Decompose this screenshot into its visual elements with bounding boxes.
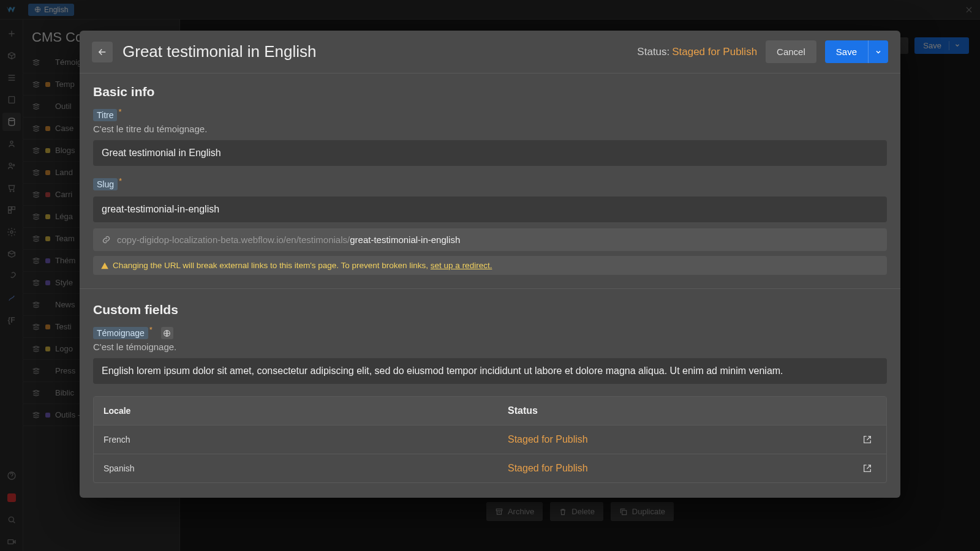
locale-name: Spanish bbox=[104, 463, 508, 473]
locale-name: French bbox=[104, 435, 508, 444]
temoignage-input[interactable] bbox=[93, 358, 887, 384]
url-preview: copy-digidop-localization-beta.webflow.i… bbox=[93, 228, 887, 251]
status-value: Staged for Publish bbox=[672, 46, 757, 58]
link-icon bbox=[102, 235, 111, 244]
warning-icon bbox=[100, 261, 109, 270]
locale-table: Locale Status FrenchStaged for PublishSp… bbox=[93, 396, 887, 483]
warning-text: Changing the URL will break external lin… bbox=[113, 261, 431, 270]
field-label-titre: Titre bbox=[93, 109, 117, 121]
item-editor-modal: Great testimonial in English Status: Sta… bbox=[80, 31, 900, 498]
save-dropdown-button[interactable] bbox=[868, 40, 888, 63]
locale-row[interactable]: FrenchStaged for Publish bbox=[94, 425, 886, 454]
modal-title: Great testimonial in English bbox=[123, 42, 316, 61]
field-help-temoignage: C'est le témoignage. bbox=[93, 342, 887, 352]
field-help-titre: C'est le titre du témoignage. bbox=[93, 124, 887, 134]
status-label: Status: bbox=[637, 46, 669, 58]
required-star-icon: * bbox=[149, 325, 153, 334]
titre-input[interactable] bbox=[93, 140, 887, 166]
url-prefix: copy-digidop-localization-beta.webflow.i… bbox=[117, 234, 350, 245]
open-locale-icon[interactable] bbox=[858, 463, 876, 473]
cancel-button[interactable]: Cancel bbox=[766, 40, 816, 63]
required-star-icon: * bbox=[119, 176, 122, 186]
col-locale: Locale bbox=[104, 406, 508, 416]
globe-icon[interactable] bbox=[161, 327, 173, 339]
modal-body: Basic info Titre* C'est le titre du témo… bbox=[80, 73, 900, 498]
locale-status: Staged for Publish bbox=[508, 463, 858, 474]
col-status: Status bbox=[508, 405, 858, 416]
required-star-icon: * bbox=[118, 107, 121, 116]
field-slug: Slug* copy-digidop-localization-beta.web… bbox=[93, 178, 887, 275]
field-label-temoignage: Témoignage bbox=[93, 327, 148, 339]
field-label-slug: Slug bbox=[93, 178, 118, 190]
open-locale-icon[interactable] bbox=[858, 435, 876, 444]
locale-status: Staged for Publish bbox=[508, 434, 858, 445]
section-custom-fields: Custom fields bbox=[93, 302, 887, 317]
field-temoignage: Témoignage* C'est le témoignage. bbox=[93, 327, 887, 384]
back-button[interactable] bbox=[92, 42, 113, 62]
modal-header: Great testimonial in English Status: Sta… bbox=[80, 31, 900, 73]
slug-warning: Changing the URL will break external lin… bbox=[93, 256, 887, 275]
locale-table-header: Locale Status bbox=[94, 397, 886, 425]
redirect-link[interactable]: set up a redirect. bbox=[431, 261, 492, 270]
field-titre: Titre* C'est le titre du témoignage. bbox=[93, 109, 887, 166]
url-slug: great-testimonial-in-english bbox=[350, 234, 460, 245]
slug-input[interactable] bbox=[93, 197, 887, 222]
save-button[interactable]: Save bbox=[825, 40, 868, 63]
section-basic-info: Basic info bbox=[93, 84, 887, 99]
locale-row[interactable]: SpanishStaged for Publish bbox=[94, 454, 886, 482]
